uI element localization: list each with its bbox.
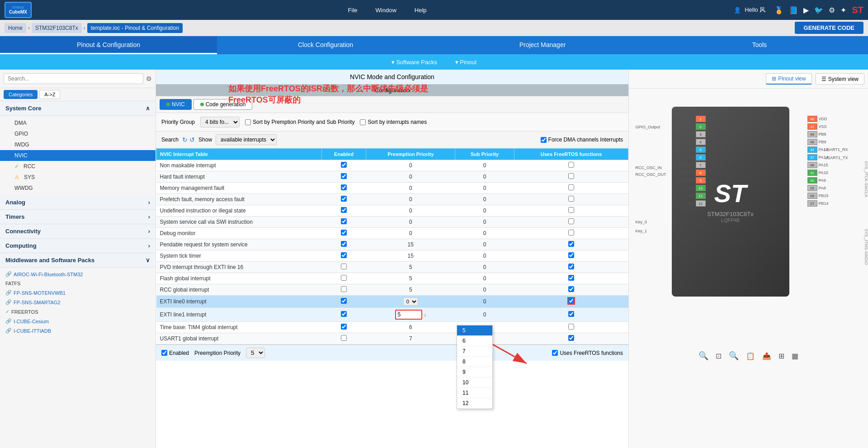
preemption-input[interactable] <box>395 310 422 320</box>
enabled-cell[interactable] <box>321 308 366 322</box>
sub-tab-pinout[interactable]: ▾ Pinout <box>455 59 476 66</box>
freertos-cell[interactable] <box>514 205 628 217</box>
search-refresh-icon[interactable]: ↻ <box>182 136 188 143</box>
enabled-checkbox[interactable] <box>341 173 347 179</box>
enabled-checkbox[interactable] <box>341 207 347 213</box>
freertos-checkbox[interactable] <box>568 324 574 330</box>
bc-home[interactable]: Home <box>5 23 26 33</box>
grid-icon[interactable]: ⊞ <box>778 352 784 360</box>
sort-interrupts-checkbox[interactable] <box>360 119 366 125</box>
pack-icube-cesium[interactable]: 🔗 I-CUBE-Cesium <box>0 316 156 326</box>
enabled-checkbox[interactable] <box>341 324 347 330</box>
freertos-checkbox[interactable] <box>568 275 574 281</box>
enabled-checkbox[interactable] <box>341 162 347 168</box>
bc-file[interactable]: template.ioc - Pinout & Configuration <box>87 23 183 33</box>
enabled-cell[interactable] <box>321 160 366 171</box>
enabled-cell[interactable] <box>321 262 366 273</box>
view-tab-pinout[interactable]: ⊞ Pinout view <box>766 73 811 85</box>
preemption-priority-cell[interactable]: 0 <box>366 171 455 183</box>
dropdown-item-5[interactable]: 5 <box>457 325 492 336</box>
tab-categories[interactable]: Categories <box>4 90 38 99</box>
pack-icube-ittiadb[interactable]: 🔗 I-CUBE-ITTIADB <box>0 326 156 335</box>
nvic-bottom-enabled-checkbox[interactable] <box>161 350 167 356</box>
nvic-tab-nvic[interactable]: NVIC <box>160 99 192 110</box>
zoom-out-icon[interactable]: 🔍 <box>729 351 739 361</box>
freertos-cell[interactable] <box>514 228 628 239</box>
freertos-cell[interactable] <box>514 308 628 322</box>
freertos-checkbox[interactable] <box>568 298 574 304</box>
nvic-bottom-premption-select[interactable]: 5 <box>246 348 265 358</box>
enabled-checkbox[interactable] <box>341 286 347 292</box>
preemption-priority-cell[interactable]: 5 <box>366 273 455 284</box>
preemption-priority-cell[interactable]: 0 <box>366 228 455 239</box>
dropdown-item-12[interactable]: 12 <box>457 398 492 409</box>
enabled-cell[interactable] <box>321 194 366 205</box>
tab-tools[interactable]: Tools <box>651 36 868 54</box>
dropdown-item-10[interactable]: 10 <box>457 377 492 388</box>
preemption-priority-cell[interactable]: 5 <box>366 284 455 296</box>
search-input[interactable] <box>4 73 143 84</box>
tab-clock[interactable]: Clock Configuration <box>217 36 434 54</box>
preemption-priority-cell[interactable]: 5 <box>366 262 455 273</box>
dropdown-item-8[interactable]: 8 <box>457 357 492 367</box>
dropdown-item-6[interactable]: 6 <box>457 336 492 346</box>
menu-help[interactable]: Help <box>415 7 427 14</box>
enabled-checkbox[interactable] <box>341 311 347 317</box>
export-icon[interactable]: 📤 <box>762 352 771 360</box>
priority-group-select[interactable]: 4 bits fo... <box>200 117 240 127</box>
enabled-checkbox[interactable] <box>341 218 347 224</box>
freertos-cell[interactable] <box>514 160 628 171</box>
search-clear-icon[interactable]: ↺ <box>189 136 195 143</box>
sidebar-item-gpio[interactable]: GPIO <box>0 128 156 139</box>
preemption-priority-cell[interactable]: 6 <box>366 322 455 333</box>
enabled-checkbox[interactable] <box>341 264 347 269</box>
preemption-priority-cell[interactable]: 0 <box>366 205 455 217</box>
enabled-cell[interactable] <box>321 183 366 194</box>
section-middleware-header[interactable]: Middleware and Software Packs ∨ <box>0 253 156 268</box>
freertos-checkbox[interactable] <box>568 184 574 190</box>
enabled-cell[interactable] <box>321 333 366 344</box>
enabled-cell[interactable] <box>321 239 366 250</box>
tab-pinout[interactable]: Pinout & Configuration <box>0 36 217 54</box>
section-timers-header[interactable]: Timers › <box>0 210 156 224</box>
layout-icon[interactable]: ▦ <box>792 352 798 360</box>
fit-view-icon[interactable]: ⊡ <box>716 352 722 360</box>
freertos-checkbox[interactable] <box>568 264 574 269</box>
sidebar-item-sys[interactable]: ⚠SYS <box>0 172 156 183</box>
zoom-in-icon[interactable]: 🔍 <box>698 351 708 361</box>
dropdown-item-11[interactable]: 11 <box>457 388 492 398</box>
enabled-checkbox[interactable] <box>341 184 347 190</box>
freertos-checkbox[interactable] <box>568 286 574 292</box>
section-computing-header[interactable]: Computing › <box>0 239 156 253</box>
freertos-checkbox[interactable] <box>568 173 574 179</box>
pack-fatfs[interactable]: FATFS <box>0 279 156 288</box>
settings-icon[interactable]: ⚙ <box>146 75 152 82</box>
priority-dropdown[interactable]: 5 6 7 8 9 10 11 12 <box>457 325 493 409</box>
force-dma-checkbox[interactable] <box>541 137 547 143</box>
enabled-cell[interactable] <box>321 284 366 296</box>
pack-freertos[interactable]: ✓ FREERTOS <box>0 307 156 316</box>
copy-icon[interactable]: 📋 <box>746 352 755 360</box>
freertos-cell[interactable] <box>514 239 628 250</box>
freertos-cell[interactable] <box>514 262 628 273</box>
freertos-cell[interactable] <box>514 333 628 344</box>
preemption-priority-cell[interactable]: 7 <box>366 333 455 344</box>
show-select[interactable]: available interrupts all interrupts <box>216 134 277 145</box>
nvic-bottom-freertos-checkbox[interactable] <box>552 350 558 356</box>
bc-device[interactable]: STM32F103C8Tx <box>32 23 82 33</box>
enabled-checkbox[interactable] <box>341 252 347 258</box>
freertos-checkbox[interactable] <box>568 311 574 317</box>
freertos-cell[interactable] <box>514 273 628 284</box>
freertos-cell[interactable] <box>514 322 628 333</box>
freertos-checkbox[interactable] <box>568 207 574 213</box>
preemption-priority-cell[interactable]: 0 <box>366 194 455 205</box>
sub-tab-software-packs[interactable]: ▾ Software Packs <box>392 59 437 66</box>
enabled-cell[interactable] <box>321 205 366 217</box>
freertos-cell[interactable] <box>514 171 628 183</box>
tab-az[interactable]: A->Z <box>39 90 60 99</box>
freertos-cell[interactable] <box>514 183 628 194</box>
enabled-checkbox[interactable] <box>341 241 347 247</box>
enabled-checkbox[interactable] <box>341 335 347 341</box>
sidebar-item-wwdg[interactable]: WWDG <box>0 183 156 193</box>
freertos-checkbox[interactable] <box>568 241 574 247</box>
